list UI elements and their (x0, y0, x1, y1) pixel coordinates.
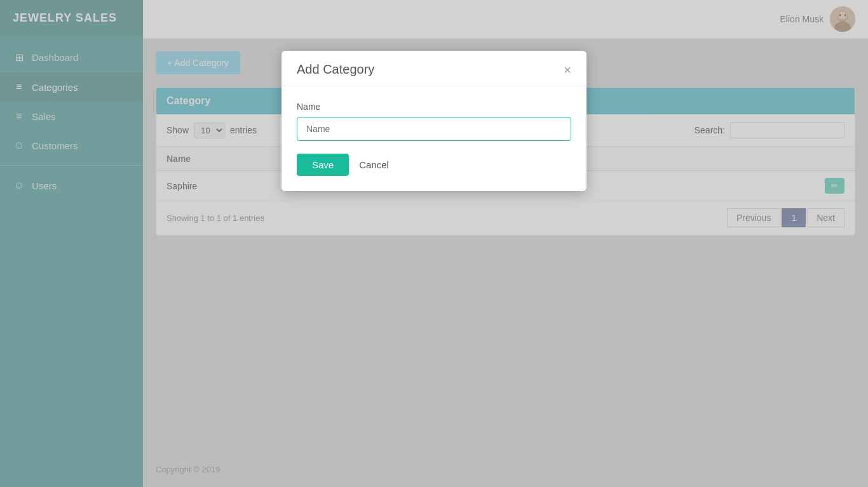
modal-header: Add Category × (281, 51, 587, 86)
modal-overlay[interactable]: Add Category × Name Save Cancel (0, 0, 868, 487)
modal-title: Add Category (297, 62, 374, 77)
name-label: Name (297, 102, 571, 112)
modal-body: Name Save Cancel (281, 86, 587, 191)
cancel-button[interactable]: Cancel (359, 159, 389, 170)
modal-close-button[interactable]: × (564, 63, 571, 76)
save-button[interactable]: Save (297, 154, 349, 176)
add-category-modal: Add Category × Name Save Cancel (281, 51, 587, 191)
modal-actions: Save Cancel (297, 154, 571, 176)
name-input[interactable] (297, 117, 571, 141)
